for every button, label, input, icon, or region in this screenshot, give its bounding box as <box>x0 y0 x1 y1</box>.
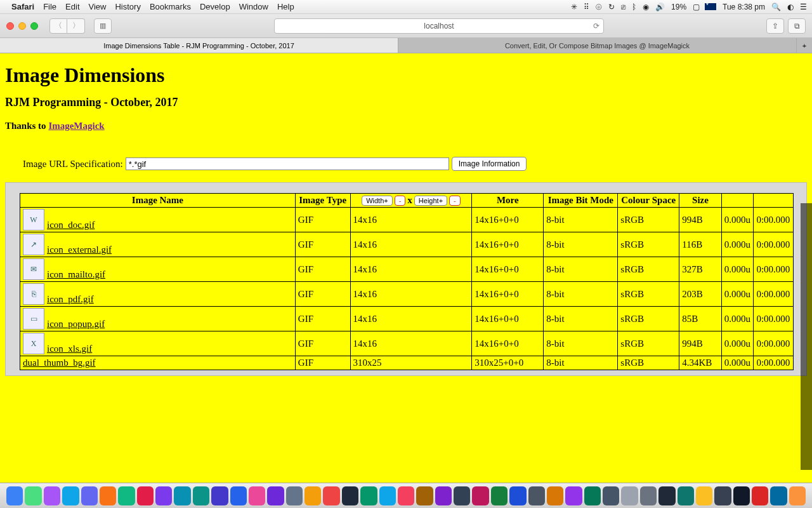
width-minus-button[interactable]: - <box>395 196 406 206</box>
dock-app-icon[interactable] <box>174 486 190 505</box>
height-minus-button[interactable]: - <box>449 196 461 206</box>
dock-app-icon[interactable] <box>528 486 545 505</box>
width-plus-button[interactable]: Width+ <box>362 196 393 206</box>
dock-app-icon[interactable] <box>565 486 582 505</box>
airplay-icon[interactable]: ⎚ <box>621 3 625 11</box>
dock-app-icon[interactable] <box>44 486 60 505</box>
share-button[interactable]: ⇪ <box>766 18 784 34</box>
dock-app-icon[interactable] <box>491 486 508 505</box>
app-name[interactable]: Safari <box>11 2 34 11</box>
forward-button[interactable]: 〉 <box>67 18 85 34</box>
battery-percent[interactable]: 19% <box>671 3 686 11</box>
menu-history[interactable]: History <box>115 2 140 11</box>
dock-app-icon[interactable] <box>62 486 79 505</box>
minimize-window-button[interactable] <box>18 22 26 30</box>
flag-icon[interactable] <box>705 3 716 10</box>
height-plus-button[interactable]: Height+ <box>414 196 447 206</box>
siri-icon[interactable]: ◐ <box>787 3 794 11</box>
menu-develop[interactable]: Develop <box>200 2 230 11</box>
volume-icon[interactable]: 🔊 <box>655 3 665 11</box>
dock-app-icon[interactable] <box>454 486 470 505</box>
cell-more: 310x25+0+0 <box>472 356 544 370</box>
image-info-button[interactable]: Image Information <box>452 157 527 171</box>
dock-app-icon[interactable] <box>267 486 284 505</box>
cell-size: 994B <box>679 331 722 356</box>
dock-app-icon[interactable] <box>398 486 414 505</box>
notification-icon[interactable]: ☰ <box>800 3 807 11</box>
image-name-link[interactable]: icon_pdf.gif <box>47 294 94 305</box>
menu-window[interactable]: Window <box>239 2 268 11</box>
dock-app-icon[interactable] <box>603 486 619 505</box>
dock-app-icon[interactable] <box>155 486 172 505</box>
dock-app-icon[interactable] <box>379 486 396 505</box>
dock-app-icon[interactable] <box>286 486 303 505</box>
dock-app-icon[interactable] <box>547 486 563 505</box>
dock-app-icon[interactable] <box>342 486 358 505</box>
battery-icon[interactable]: ▢ <box>693 3 700 11</box>
clock[interactable]: Tue 8:38 pm <box>723 3 765 11</box>
dock-app-icon[interactable] <box>714 486 731 505</box>
dock-app-icon[interactable] <box>789 486 806 505</box>
menu-edit[interactable]: Edit <box>65 2 79 11</box>
avast-icon[interactable]: ✳ <box>571 3 577 11</box>
sidebar-toggle-button[interactable]: ▥ <box>94 18 112 34</box>
fullscreen-window-button[interactable] <box>30 22 38 30</box>
dock-app-icon[interactable] <box>696 486 712 505</box>
dock-app-icon[interactable] <box>733 486 750 505</box>
dock-app-icon[interactable] <box>6 486 23 505</box>
dock-app-icon[interactable] <box>211 486 228 505</box>
tab-inactive-label: Convert, Edit, Or Compose Bitmap Images … <box>505 42 690 50</box>
page-subtitle: RJM Programming - October, 2017 <box>5 96 807 109</box>
dock-app-icon[interactable] <box>193 486 209 505</box>
image-name-link[interactable]: icon_mailto.gif <box>47 269 105 280</box>
dock-app-icon[interactable] <box>323 486 339 505</box>
image-name-link[interactable]: icon_external.gif <box>47 244 112 255</box>
dock-app-icon[interactable] <box>509 486 526 505</box>
new-tab-button[interactable]: + <box>797 38 812 53</box>
image-name-link[interactable]: icon_popup.gif <box>47 319 105 330</box>
tabs-button[interactable]: ⧉ <box>788 18 806 34</box>
dock-app-icon[interactable] <box>304 486 321 505</box>
wifi-icon[interactable]: ◉ <box>643 3 649 11</box>
dock-app-icon[interactable] <box>658 486 675 505</box>
dock-app-icon[interactable] <box>230 486 247 505</box>
grid-icon[interactable]: ⠿ <box>584 3 589 11</box>
tab-active[interactable]: Image Dimensions Table - RJM Programming… <box>0 38 398 53</box>
dock-app-icon[interactable] <box>360 486 377 505</box>
dock-app-icon[interactable] <box>25 486 41 505</box>
menu-bookmarks[interactable]: Bookmarks <box>150 2 191 11</box>
cell-size: 203B <box>679 282 722 307</box>
tab-inactive[interactable]: Convert, Edit, Or Compose Bitmap Images … <box>398 38 797 53</box>
dock-app-icon[interactable] <box>416 486 433 505</box>
timemachine-icon[interactable]: ↻ <box>608 3 615 11</box>
dock-app-icon[interactable] <box>137 486 154 505</box>
image-name-link[interactable]: icon_xls.gif <box>47 344 92 354</box>
menu-file[interactable]: File <box>43 2 56 11</box>
circle-icon[interactable]: ⦾ <box>596 3 602 11</box>
bluetooth-icon[interactable]: ᛒ <box>632 3 636 11</box>
dock-app-icon[interactable] <box>770 486 787 505</box>
spotlight-icon[interactable]: 🔍 <box>771 3 781 11</box>
dock-app-icon[interactable] <box>621 486 638 505</box>
dock-app-icon[interactable] <box>435 486 452 505</box>
dock-app-icon[interactable] <box>118 486 134 505</box>
menu-help[interactable]: Help <box>277 2 294 11</box>
reload-icon[interactable]: ⟳ <box>593 22 599 30</box>
macos-menubar: Safari File Edit View History Bookmarks … <box>0 0 812 14</box>
dock-app-icon[interactable] <box>584 486 601 505</box>
image-name-link[interactable]: dual_thumb_bg.gif <box>23 358 96 368</box>
dock-app-icon[interactable] <box>752 486 768 505</box>
dock-app-icon[interactable] <box>472 486 488 505</box>
dock-app-icon[interactable] <box>100 486 116 505</box>
address-bar[interactable]: localhost ⟳ <box>274 18 604 34</box>
menu-view[interactable]: View <box>89 2 107 11</box>
close-window-button[interactable] <box>6 22 14 30</box>
url-spec-input[interactable] <box>126 157 449 170</box>
back-button[interactable]: 〈 <box>49 18 67 34</box>
dock-app-icon[interactable] <box>249 486 265 505</box>
image-name-link[interactable]: icon_doc.gif <box>47 220 95 231</box>
dock-app-icon[interactable] <box>640 486 657 505</box>
imagemagick-link[interactable]: ImageMagick <box>48 121 104 131</box>
dock-app-icon[interactable] <box>81 486 98 505</box>
dock-app-icon[interactable] <box>678 486 694 505</box>
